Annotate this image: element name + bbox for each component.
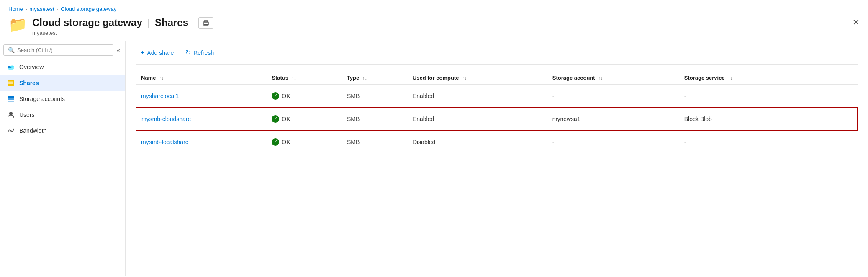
search-input[interactable]	[17, 47, 109, 53]
cell-storage-account-1: mynewsa1	[547, 107, 679, 130]
cell-storage-service-1: Block Blob	[679, 107, 806, 130]
cell-name-1: mysmb-cloudshare	[136, 107, 267, 130]
svg-rect-13	[8, 101, 14, 102]
svg-point-14	[9, 112, 13, 115]
sidebar-label-overview: Overview	[19, 64, 44, 70]
table-row: mysharelocal1✓OKSMBEnabled--···	[136, 85, 858, 108]
svg-rect-8	[8, 82, 13, 83]
sort-icon-storage-account: ↑↓	[598, 75, 603, 80]
sidebar-item-shares[interactable]: Shares	[0, 75, 125, 91]
col-header-storage-account[interactable]: Storage account ↑↓	[547, 71, 679, 85]
status-text: OK	[282, 139, 290, 145]
svg-rect-9	[8, 83, 13, 84]
shares-table: Name ↑↓ Status ↑↓ Type ↑↓ Used for compu…	[136, 71, 858, 153]
share-name-link[interactable]: mysmb-cloudshare	[141, 116, 191, 122]
more-actions-button[interactable]: ···	[812, 113, 824, 125]
svg-rect-12	[8, 98, 14, 100]
refresh-button[interactable]: ↻ Refresh	[180, 46, 219, 59]
cell-storage-service-2: -	[679, 130, 806, 153]
status-ok-icon: ✓	[272, 115, 279, 123]
svg-point-3	[204, 23, 205, 23]
svg-rect-1	[204, 21, 208, 22]
col-header-type[interactable]: Type ↑↓	[342, 71, 408, 85]
cell-actions-0: ···	[806, 85, 858, 108]
status-text: OK	[282, 93, 290, 99]
cell-status-1: ✓OK	[267, 107, 342, 130]
share-name-link[interactable]: mysharelocal1	[141, 93, 179, 99]
main-layout: 🔍 « Overview	[0, 41, 868, 276]
header-pipe: |	[147, 17, 150, 28]
status-ok-icon: ✓	[272, 92, 279, 100]
overview-icon	[7, 63, 15, 71]
col-header-name[interactable]: Name ↑↓	[136, 71, 267, 85]
shares-icon	[7, 79, 15, 87]
col-header-compute[interactable]: Used for compute ↑↓	[408, 71, 547, 85]
sidebar-label-users: Users	[19, 111, 35, 118]
search-icon: 🔍	[8, 47, 15, 53]
col-header-status[interactable]: Status ↑↓	[267, 71, 342, 85]
content-area: + Add share ↻ Refresh Name ↑↓ Status ↑↓	[126, 41, 868, 276]
sidebar-item-overview[interactable]: Overview	[0, 59, 125, 75]
sidebar-label-storage: Storage accounts	[19, 96, 65, 102]
print-button[interactable]	[198, 17, 213, 29]
sidebar-item-bandwidth[interactable]: Bandwidth	[0, 123, 125, 139]
cell-name-0: mysharelocal1	[136, 85, 267, 108]
breadcrumb-home[interactable]: Home	[8, 6, 23, 12]
svg-rect-7	[8, 80, 14, 86]
cell-status-2: ✓OK	[267, 130, 342, 153]
breadcrumb-current[interactable]: Cloud storage gateway	[61, 6, 116, 12]
col-header-storage-service[interactable]: Storage service ↑↓	[679, 71, 806, 85]
sort-icon-compute: ↑↓	[462, 75, 467, 80]
page-subtitle: myasetest	[32, 30, 213, 36]
table-header-row: Name ↑↓ Status ↑↓ Type ↑↓ Used for compu…	[136, 71, 858, 85]
col-header-actions	[806, 71, 858, 85]
cell-compute-2: Disabled	[408, 130, 547, 153]
page-title: Cloud storage gateway	[32, 17, 142, 28]
more-actions-button[interactable]: ···	[812, 136, 824, 148]
page-header: 📁 Cloud storage gateway | Shares myasete…	[0, 15, 868, 41]
status-text: OK	[282, 116, 290, 122]
sidebar-item-storage-accounts[interactable]: Storage accounts	[0, 91, 125, 107]
refresh-label: Refresh	[193, 49, 214, 56]
cell-type-0: SMB	[342, 85, 408, 108]
cell-compute-1: Enabled	[408, 107, 547, 130]
cell-storage-service-0: -	[679, 85, 806, 108]
collapse-sidebar-button[interactable]: «	[115, 45, 122, 55]
storage-accounts-icon	[7, 95, 15, 103]
table-row: mysmb-cloudshare✓OKSMBEnabledmynewsa1Blo…	[136, 107, 858, 130]
breadcrumb-sep-1: ›	[26, 7, 27, 12]
add-share-button[interactable]: + Add share	[136, 47, 179, 59]
add-icon: +	[141, 49, 144, 57]
close-button[interactable]: ✕	[853, 18, 860, 26]
sidebar-label-shares: Shares	[19, 80, 39, 86]
more-actions-button[interactable]: ···	[812, 90, 824, 102]
share-name-link[interactable]: mysmb-localshare	[141, 139, 189, 145]
svg-point-6	[10, 66, 14, 68]
svg-rect-2	[204, 24, 208, 25]
search-wrapper: 🔍	[3, 44, 113, 56]
sidebar: 🔍 « Overview	[0, 41, 126, 276]
breadcrumb-sep-2: ›	[57, 7, 59, 12]
cell-type-1: SMB	[342, 107, 408, 130]
sort-icon-storage-service: ↑↓	[728, 75, 732, 80]
cell-compute-0: Enabled	[408, 85, 547, 108]
sort-icon-type: ↑↓	[362, 75, 367, 80]
refresh-icon: ↻	[185, 49, 191, 57]
add-share-label: Add share	[147, 49, 174, 56]
users-icon	[7, 111, 15, 119]
svg-point-15	[10, 130, 12, 132]
page-section: Shares	[155, 17, 188, 28]
sidebar-label-bandwidth: Bandwidth	[19, 127, 46, 134]
svg-rect-10	[8, 81, 13, 82]
cell-status-0: ✓OK	[267, 85, 342, 108]
toolbar: + Add share ↻ Refresh	[136, 46, 858, 65]
svg-rect-11	[8, 96, 14, 98]
cell-storage-account-2: -	[547, 130, 679, 153]
bandwidth-icon	[7, 127, 15, 135]
status-ok-icon: ✓	[272, 138, 279, 146]
table-row: mysmb-localshare✓OKSMBDisabled--···	[136, 130, 858, 153]
page-icon: 📁	[8, 17, 27, 32]
breadcrumb-myasetest[interactable]: myasetest	[29, 6, 54, 12]
sort-icon-status: ↑↓	[292, 75, 296, 80]
sidebar-item-users[interactable]: Users	[0, 107, 125, 123]
